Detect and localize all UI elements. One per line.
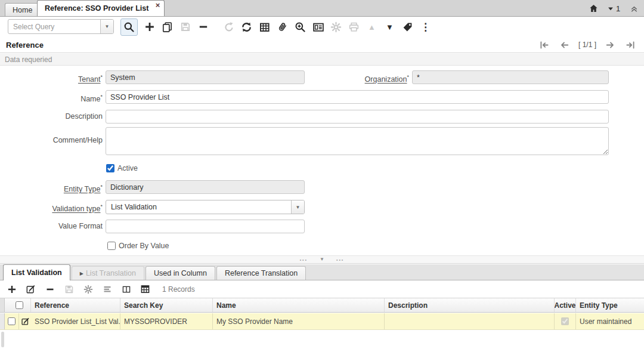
comment-help-field[interactable] (106, 127, 609, 155)
select-query-placeholder: Select Query (8, 20, 100, 33)
active-checkbox[interactable] (106, 164, 114, 172)
frozen-column-spacer (0, 313, 5, 329)
edit-pencil-icon[interactable] (21, 317, 30, 326)
validation-type-dropdown-icon[interactable]: ▼ (291, 200, 304, 214)
entity-type-label[interactable]: Entity Type* (0, 180, 103, 196)
minus-icon (198, 21, 209, 32)
panel-splitter[interactable]: ••• ▼ ••• (0, 255, 644, 264)
printer-icon (348, 21, 360, 33)
edit-row-button[interactable] (25, 282, 36, 297)
delete-record-button[interactable] (197, 18, 209, 35)
parent-record-button[interactable]: ▲ (366, 18, 378, 35)
list-bars-icon (103, 285, 112, 294)
detail-record-button[interactable]: ▼ (383, 18, 396, 35)
validation-type-value: List Validation (106, 200, 291, 214)
entity-type-field[interactable] (106, 180, 305, 194)
detail-toolbar: 1 Records (0, 281, 644, 297)
edit-pencil-icon (26, 284, 36, 294)
grid-toggle-button[interactable] (258, 18, 271, 35)
customize-grid-button[interactable] (82, 282, 94, 297)
label-button[interactable] (401, 18, 414, 35)
save-row-button[interactable] (63, 282, 75, 297)
cell-reference[interactable]: SSO Provider List_List Val... (31, 313, 120, 329)
save-button[interactable] (179, 18, 191, 35)
tab-used-in-column[interactable]: Used in Column (145, 266, 215, 280)
organization-label[interactable]: Organization* (322, 70, 409, 87)
validation-type-label[interactable]: Validation type* (0, 200, 103, 216)
open-windows-count: 1 (616, 4, 620, 13)
row-select-checkbox[interactable] (8, 317, 16, 325)
collapse-header-button[interactable] (624, 0, 644, 17)
more-actions-button[interactable]: ⋮ (419, 18, 432, 35)
select-all-header (5, 298, 31, 312)
tab-reference-window[interactable]: Reference: SSO Provider List × (37, 0, 165, 16)
zoom-in-icon (295, 21, 306, 33)
split-view-button[interactable] (120, 282, 132, 297)
double-chevron-up-icon (630, 4, 639, 13)
order-by-value-checkbox[interactable] (107, 242, 116, 250)
process-button[interactable] (330, 18, 342, 35)
cell-description[interactable] (385, 313, 555, 329)
column-header-description[interactable]: Description (385, 298, 555, 312)
value-format-field[interactable] (106, 220, 305, 233)
status-message: Data requeried (5, 55, 52, 64)
tenant-label[interactable]: Tenant* (0, 70, 103, 87)
organization-field[interactable] (412, 70, 609, 84)
open-windows-button[interactable]: 1 (603, 0, 624, 17)
select-query-dropdown-icon[interactable]: ▼ (100, 20, 113, 33)
print-button[interactable] (348, 18, 360, 35)
cell-search-key[interactable]: MYSSOPROVIDER (120, 313, 213, 329)
quick-form-button[interactable] (101, 282, 113, 297)
description-field[interactable] (106, 110, 609, 124)
home-button[interactable] (583, 0, 603, 17)
column-header-reference[interactable]: Reference (31, 298, 120, 312)
undo-button[interactable] (222, 18, 235, 35)
tab-home-label: Home (13, 6, 32, 14)
value-format-label: Value Format (0, 220, 103, 233)
report-button[interactable] (312, 18, 324, 35)
first-record-icon (539, 40, 550, 50)
name-field[interactable] (106, 90, 609, 104)
delete-row-button[interactable] (44, 282, 55, 297)
attachment-button[interactable] (276, 18, 289, 35)
grid-filled-icon (140, 284, 150, 294)
previous-record-button[interactable] (557, 38, 572, 52)
last-record-button[interactable] (623, 38, 638, 52)
tab-list-validation[interactable]: List Validation (3, 264, 70, 280)
tab-home[interactable]: Home (5, 3, 40, 16)
column-header-entity-type[interactable]: Entity Type (576, 298, 644, 312)
scrollbar[interactable] (1, 332, 4, 347)
tab-reference-translation[interactable]: Reference Translation (216, 266, 306, 280)
new-row-button[interactable] (6, 282, 17, 297)
gear-icon (83, 285, 93, 294)
select-all-checkbox[interactable] (16, 301, 23, 309)
splitter-grip-icon: ••• (300, 258, 308, 262)
new-record-button[interactable] (143, 18, 156, 35)
refresh-icon (241, 21, 252, 33)
column-header-search-key[interactable]: Search Key (120, 298, 213, 312)
active-label: Active (117, 164, 138, 172)
tag-icon (402, 21, 413, 33)
next-record-button[interactable] (602, 38, 618, 52)
zoom-across-button[interactable] (294, 18, 306, 35)
find-record-button[interactable] (120, 18, 138, 36)
gear-icon (330, 21, 342, 33)
first-record-button[interactable] (537, 38, 552, 52)
cell-name[interactable]: My SSO Provider Name (213, 313, 385, 329)
splitter-collapse-icon[interactable]: ▼ (320, 257, 324, 262)
cell-entity-type[interactable]: User maintained (576, 313, 644, 329)
refresh-button[interactable] (240, 18, 253, 35)
application-window: Home Reference: SSO Provider List × 1 (0, 0, 644, 355)
select-query-combobox[interactable]: Select Query ▼ (8, 19, 114, 34)
table-row[interactable]: SSO Provider List_List Val... MYSSOPROVI… (0, 313, 644, 330)
tab-list-translation: ▶ List Translation (72, 266, 144, 280)
toggle-grid-button[interactable] (140, 282, 151, 297)
tenant-field[interactable] (106, 70, 305, 84)
close-tab-icon[interactable]: × (156, 2, 160, 9)
chevron-down-icon (607, 5, 614, 12)
row-edit-cell (19, 313, 31, 329)
column-header-name[interactable]: Name (213, 298, 385, 312)
copy-record-button[interactable] (161, 18, 174, 35)
column-header-active[interactable]: Active (555, 298, 576, 312)
validation-type-combobox[interactable]: List Validation ▼ (106, 200, 305, 214)
